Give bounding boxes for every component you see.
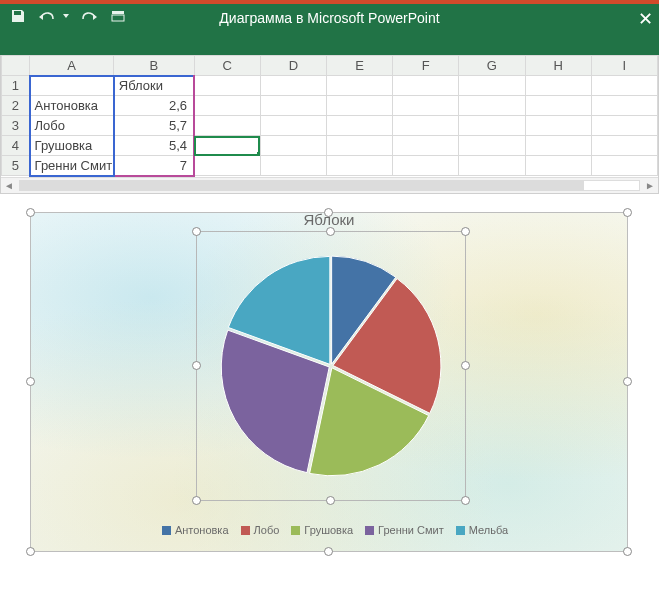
selection-handle[interactable] — [623, 377, 632, 386]
data-grid[interactable]: A B C D E F G H I 1 Яблоки 2 Антоновка 2… — [1, 55, 658, 177]
column-header[interactable]: B — [114, 56, 194, 76]
legend-label[interactable]: Лобо — [254, 525, 280, 537]
cell[interactable]: 2,6 — [114, 96, 194, 116]
cell[interactable] — [326, 76, 392, 96]
cell[interactable] — [459, 136, 525, 156]
cell[interactable] — [459, 116, 525, 136]
column-header[interactable]: F — [393, 56, 459, 76]
cell[interactable] — [591, 116, 657, 136]
cell[interactable] — [591, 156, 657, 176]
selection-handle[interactable] — [192, 227, 201, 236]
column-header[interactable]: G — [459, 56, 525, 76]
cell[interactable] — [591, 136, 657, 156]
cell[interactable] — [525, 156, 591, 176]
chart-object[interactable]: Яблоки АнтоновкаЛобоГрушовкаГренни СмитМ… — [30, 212, 628, 552]
legend-swatch — [162, 526, 171, 535]
cell[interactable] — [260, 116, 326, 136]
cell[interactable] — [525, 76, 591, 96]
row-header[interactable]: 3 — [2, 116, 30, 136]
cell[interactable] — [194, 116, 260, 136]
cell[interactable] — [260, 96, 326, 116]
selection-handle[interactable] — [26, 547, 35, 556]
cell[interactable]: Яблоки — [114, 76, 194, 96]
legend-label[interactable]: Антоновка — [175, 525, 229, 537]
cell[interactable] — [194, 96, 260, 116]
column-header[interactable]: A — [30, 56, 114, 76]
cell[interactable] — [459, 76, 525, 96]
legend-swatch — [365, 526, 374, 535]
selection-handle[interactable] — [326, 227, 335, 236]
selection-handle[interactable] — [461, 361, 470, 370]
cell[interactable] — [393, 96, 459, 116]
chart-legend[interactable]: АнтоновкаЛобоГрушовкаГренни СмитМельба — [31, 523, 627, 536]
legend-label[interactable]: Грушовка — [304, 525, 353, 537]
cell[interactable] — [591, 96, 657, 116]
legend-swatch — [291, 526, 300, 535]
horizontal-scrollbar[interactable]: ◄ ► — [1, 177, 658, 193]
legend-swatch — [241, 526, 250, 535]
cell[interactable] — [393, 76, 459, 96]
column-header[interactable]: H — [525, 56, 591, 76]
selection-handle[interactable] — [326, 496, 335, 505]
legend-label[interactable]: Мельба — [469, 525, 508, 537]
selection-handle[interactable] — [461, 496, 470, 505]
cell[interactable]: Грушовка — [30, 136, 114, 156]
cell[interactable] — [30, 76, 114, 96]
cell[interactable] — [525, 116, 591, 136]
cell[interactable] — [194, 76, 260, 96]
row-header[interactable]: 2 — [2, 96, 30, 116]
cell[interactable] — [525, 136, 591, 156]
selection-handle[interactable] — [623, 547, 632, 556]
spreadsheet: A B C D E F G H I 1 Яблоки 2 Антоновка 2… — [0, 55, 659, 194]
cell[interactable]: 7 — [114, 156, 194, 176]
cell[interactable]: 5,7 — [114, 116, 194, 136]
slide-area: Яблоки АнтоновкаЛобоГрушовкаГренни СмитМ… — [0, 194, 659, 562]
cell[interactable] — [194, 156, 260, 176]
cell[interactable] — [260, 156, 326, 176]
row-header[interactable]: 4 — [2, 136, 30, 156]
column-header[interactable]: D — [260, 56, 326, 76]
cell[interactable]: Лобо — [30, 116, 114, 136]
table-row: 3 Лобо 5,7 — [2, 116, 658, 136]
scroll-left-icon[interactable]: ◄ — [1, 178, 17, 193]
legend-label[interactable]: Гренни Смит — [378, 525, 444, 537]
scroll-right-icon[interactable]: ► — [642, 178, 658, 193]
row-header[interactable]: 1 — [2, 76, 30, 96]
cell-active[interactable] — [194, 136, 260, 156]
window-title: Диаграмма в Microsoft PowerPoint — [0, 10, 659, 26]
scroll-thumb[interactable] — [19, 180, 584, 191]
cell[interactable] — [591, 76, 657, 96]
cell[interactable] — [260, 76, 326, 96]
selection-handle[interactable] — [26, 377, 35, 386]
cell[interactable] — [393, 116, 459, 136]
cell[interactable] — [326, 156, 392, 176]
cell[interactable]: Антоновка — [30, 96, 114, 116]
cell[interactable] — [393, 136, 459, 156]
cell[interactable] — [326, 136, 392, 156]
cell[interactable] — [260, 136, 326, 156]
cell[interactable] — [525, 96, 591, 116]
selection-handle[interactable] — [192, 361, 201, 370]
legend-swatch — [456, 526, 465, 535]
column-header[interactable]: C — [194, 56, 260, 76]
selection-handle[interactable] — [192, 496, 201, 505]
cell[interactable]: Гренни Смит — [30, 156, 114, 176]
cell[interactable] — [326, 116, 392, 136]
cell[interactable] — [459, 156, 525, 176]
selection-handle[interactable] — [461, 227, 470, 236]
close-icon[interactable]: ✕ — [638, 8, 653, 30]
select-all-corner[interactable] — [2, 56, 30, 76]
row-header[interactable]: 5 — [2, 156, 30, 176]
table-row: 4 Грушовка 5,4 — [2, 136, 658, 156]
cell[interactable]: 5,4 — [114, 136, 194, 156]
selection-handle[interactable] — [324, 547, 333, 556]
column-header[interactable]: E — [326, 56, 392, 76]
column-header[interactable]: I — [591, 56, 657, 76]
chart-title[interactable]: Яблоки — [31, 211, 627, 228]
table-row: 1 Яблоки — [2, 76, 658, 96]
cell[interactable] — [393, 156, 459, 176]
chart-plot-area[interactable] — [196, 231, 466, 501]
cell[interactable] — [326, 96, 392, 116]
cell[interactable] — [459, 96, 525, 116]
pie-chart-icon[interactable] — [216, 251, 446, 481]
